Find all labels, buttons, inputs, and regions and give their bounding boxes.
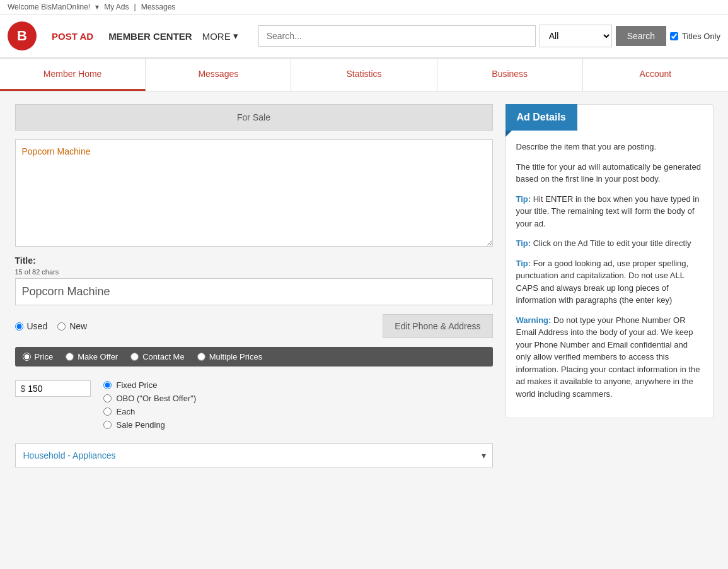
messages-link[interactable]: Messages <box>141 3 176 11</box>
separator: | <box>134 3 136 11</box>
titles-only-checkbox[interactable] <box>670 32 678 40</box>
tip3-label: Tip: <box>516 259 531 268</box>
ad-details-tip2: Tip: Click on the Ad Title to edit your … <box>516 237 703 250</box>
tip1-label: Tip: <box>516 194 531 204</box>
titles-only-wrap: Titles Only <box>670 32 720 41</box>
condition-options: Used New <box>15 321 88 331</box>
price-obo-label: OBO ("Or Best Offer") <box>117 394 197 403</box>
price-detail-row: $ Fixed Price OBO ("Or Best Offer") Each <box>15 375 493 435</box>
search-category-select[interactable]: All For Sale Jobs Services Real Estate A… <box>540 25 612 47</box>
tab-business[interactable]: Business <box>437 59 583 91</box>
warning-body: Do not type your Phone Number OR Email A… <box>516 315 700 399</box>
price-options: Fixed Price OBO ("Or Best Offer") Each S… <box>103 380 197 430</box>
nav-tabs: Member Home Messages Statistics Business… <box>0 59 728 91</box>
ad-details-header: Ad Details <box>506 104 577 131</box>
price-type-contact-me-radio[interactable] <box>130 353 139 361</box>
tip3-body: For a good looking ad, use proper spelli… <box>516 259 689 305</box>
right-panel: Ad Details Describe the item that you ar… <box>506 104 714 467</box>
dropdown-icon[interactable]: ▾ <box>95 3 99 11</box>
new-label: New <box>69 321 87 331</box>
category-select-wrap: Household - Appliances Electronics Furni… <box>15 443 493 467</box>
header: B POST AD MEMBER CENTER MORE ▾ All For S… <box>0 15 728 59</box>
search-input[interactable] <box>258 25 536 47</box>
tip2-label: Tip: <box>516 238 531 248</box>
tab-account[interactable]: Account <box>583 59 728 91</box>
price-type-contact-me[interactable]: Contact Me <box>130 352 184 361</box>
tab-member-home[interactable]: Member Home <box>0 59 146 91</box>
title-section: Title: 15 of 82 chars <box>15 255 493 305</box>
top-bar: Welcome BisManOnline! ▾ My Ads | Message… <box>0 0 728 15</box>
price-type-row: Price Make Offer Contact Me Multiple Pri… <box>15 347 493 367</box>
price-dollar-sign: $ <box>21 384 26 394</box>
post-body-textarea[interactable]: Popcorn Machine <box>15 139 493 247</box>
ad-details-body: Describe the item that you are posting. … <box>506 131 713 418</box>
main-content: For Sale Popcorn Machine Title: 15 of 82… <box>5 91 724 480</box>
search-button[interactable]: Search <box>616 26 666 46</box>
category-select[interactable]: Household - Appliances Electronics Furni… <box>23 450 485 460</box>
price-type-make-offer-label: Make Offer <box>78 352 118 361</box>
tab-statistics[interactable]: Statistics <box>291 59 437 91</box>
warning-label: Warning: <box>516 315 552 325</box>
tip2-body: Click on the Ad Title to edit your title… <box>533 238 691 248</box>
price-input-wrap: $ <box>15 380 91 397</box>
welcome-text: Welcome BisManOnline! <box>8 3 90 11</box>
edit-phone-button[interactable]: Edit Phone & Address <box>383 314 492 338</box>
price-each[interactable]: Each <box>103 407 197 416</box>
condition-row: Used New Edit Phone & Address <box>15 314 493 338</box>
search-area: All For Sale Jobs Services Real Estate A… <box>258 25 720 47</box>
price-type-multiple-label: Multiple Prices <box>209 352 263 361</box>
new-option[interactable]: New <box>57 321 87 331</box>
price-type-price-label: Price <box>35 352 54 361</box>
tip1-body: Hit ENTER in the box when you have typed… <box>516 194 700 228</box>
price-type-multiple-radio[interactable] <box>197 353 205 361</box>
ad-details-line2: The title for your ad will automatically… <box>516 161 703 185</box>
price-obo-radio[interactable] <box>103 394 112 402</box>
titles-only-label[interactable]: Titles Only <box>682 32 720 41</box>
post-ad-button[interactable]: POST AD <box>47 28 98 44</box>
price-fixed[interactable]: Fixed Price <box>103 380 197 390</box>
used-option[interactable]: Used <box>15 321 48 331</box>
new-radio[interactable] <box>57 322 66 331</box>
for-sale-button[interactable]: For Sale <box>15 104 493 131</box>
more-chevron-icon: ▾ <box>233 30 238 42</box>
title-input[interactable] <box>15 278 493 305</box>
price-input[interactable] <box>28 384 78 394</box>
used-radio[interactable] <box>15 322 23 331</box>
price-type-contact-me-label: Contact Me <box>142 352 184 361</box>
ad-details-card: Ad Details Describe the item that you ar… <box>506 104 714 418</box>
price-fixed-label: Fixed Price <box>117 380 158 390</box>
price-type-make-offer[interactable]: Make Offer <box>66 352 118 361</box>
left-panel: For Sale Popcorn Machine Title: 15 of 82… <box>15 104 493 467</box>
ad-details-line1: Describe the item that you are posting. <box>516 141 703 153</box>
price-sale-pending-label: Sale Pending <box>117 420 165 430</box>
more-button[interactable]: MORE ▾ <box>202 30 238 42</box>
price-sale-pending[interactable]: Sale Pending <box>103 420 197 430</box>
title-chars: 15 of 82 chars <box>15 268 493 276</box>
price-fixed-radio[interactable] <box>103 381 112 389</box>
price-each-label: Each <box>117 407 136 416</box>
price-type-multiple[interactable]: Multiple Prices <box>197 352 263 361</box>
ad-details-warning: Warning: Do not type your Phone Number O… <box>516 314 703 401</box>
price-type-price[interactable]: Price <box>23 352 54 361</box>
price-type-price-radio[interactable] <box>23 353 31 361</box>
my-ads-link[interactable]: My Ads <box>104 3 129 11</box>
price-obo[interactable]: OBO ("Or Best Offer") <box>103 394 197 403</box>
price-type-make-offer-radio[interactable] <box>66 353 74 361</box>
tab-messages[interactable]: Messages <box>146 59 291 91</box>
member-center-link[interactable]: MEMBER CENTER <box>108 31 192 42</box>
ad-details-tip3: Tip: For a good looking ad, use proper s… <box>516 257 703 307</box>
price-each-radio[interactable] <box>103 408 112 416</box>
logo: B <box>8 21 37 50</box>
used-label: Used <box>27 321 48 331</box>
title-label: Title: <box>15 255 493 266</box>
ad-details-tip1: Tip: Hit ENTER in the box when you have … <box>516 193 703 230</box>
price-sale-pending-radio[interactable] <box>103 421 112 429</box>
